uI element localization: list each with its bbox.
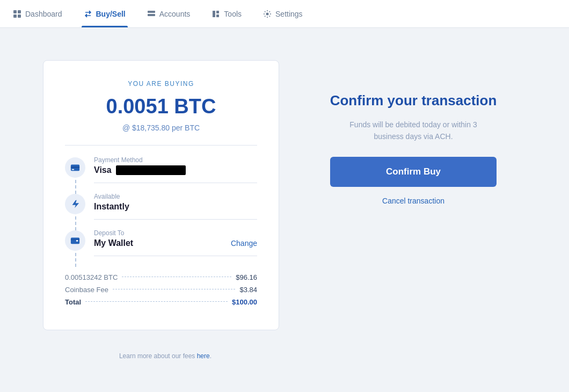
deposit-content: Deposit To My Wallet Change xyxy=(94,229,257,256)
fee-coinbase-label: Coinbase Fee xyxy=(65,286,108,294)
fee-total-value: $100.00 xyxy=(232,298,257,306)
card-amount: 0.0051 BTC xyxy=(65,95,257,118)
svg-rect-8 xyxy=(71,166,79,168)
fee-coinbase-value: $3.84 xyxy=(239,286,257,294)
footer-text: Learn more about our fees xyxy=(119,352,197,360)
card-footer: Learn more about our fees here. xyxy=(47,352,283,360)
fee-dots-2 xyxy=(113,289,236,289)
availability-content: Available Instantly xyxy=(94,193,257,220)
payment-value: Visa xyxy=(94,165,257,175)
confirm-title: Confirm your transaction xyxy=(330,92,497,109)
nav-accounts-label: Accounts xyxy=(159,10,191,18)
nav-dashboard-label: Dashboard xyxy=(25,10,62,18)
fee-btc-label: 0.00513242 BTC xyxy=(65,273,118,281)
credit-card-icon xyxy=(70,163,80,172)
lightning-icon xyxy=(70,199,80,209)
payment-icon-circle xyxy=(65,157,85,178)
svg-rect-9 xyxy=(72,169,75,170)
svg-point-6 xyxy=(266,12,269,15)
divider-top xyxy=(65,145,257,146)
fee-table: 0.00513242 BTC $96.16 Coinbase Fee $3.84… xyxy=(65,273,257,306)
deposit-row: Deposit To My Wallet Change xyxy=(65,229,257,266)
svg-rect-5 xyxy=(148,14,155,16)
nav-settings[interactable]: Settings xyxy=(261,0,305,27)
nav-buysell-label: Buy/Sell xyxy=(96,10,126,18)
settings-icon xyxy=(263,10,272,18)
fee-row-total: Total $100.00 xyxy=(65,298,257,306)
payment-redacted xyxy=(116,165,186,175)
arrows-icon xyxy=(84,10,92,18)
accounts-icon xyxy=(147,10,156,18)
confirm-description: Funds will be debited today or within 3 … xyxy=(349,119,478,143)
svg-rect-10 xyxy=(71,238,79,244)
grid-icon xyxy=(13,10,21,18)
nav-buysell[interactable]: Buy/Sell xyxy=(82,0,128,27)
availability-label: Available xyxy=(94,193,257,200)
nav-tools[interactable]: Tools xyxy=(209,0,244,27)
fee-btc-value: $96.16 xyxy=(236,273,257,281)
payment-method-name: Visa xyxy=(94,165,112,175)
availability-value: Instantly xyxy=(94,202,257,212)
availability-row: Available Instantly xyxy=(65,193,257,229)
svg-rect-2 xyxy=(13,14,17,18)
change-deposit-link[interactable]: Change xyxy=(231,239,257,248)
deposit-icon-circle xyxy=(65,230,85,251)
deposit-label: Deposit To xyxy=(94,229,257,237)
deposit-wallet-name: My Wallet xyxy=(94,238,133,248)
fee-total-label: Total xyxy=(65,298,81,306)
payment-label: Payment Method xyxy=(94,156,257,164)
svg-rect-11 xyxy=(76,240,78,242)
fee-row-coinbase: Coinbase Fee $3.84 xyxy=(65,286,257,294)
deposit-value: My Wallet Change xyxy=(94,238,257,248)
nav-dashboard[interactable]: Dashboard xyxy=(11,0,64,27)
order-card: YOU ARE BUYING 0.0051 BTC @ $18,735.80 p… xyxy=(43,60,279,330)
fee-dots-1 xyxy=(122,277,231,277)
tools-icon xyxy=(211,10,220,18)
nav-accounts[interactable]: Accounts xyxy=(145,0,193,27)
nav-settings-label: Settings xyxy=(275,10,303,18)
footer-end: . xyxy=(210,352,211,360)
svg-rect-0 xyxy=(13,10,17,13)
payment-row: Payment Method Visa xyxy=(65,156,257,193)
svg-rect-3 xyxy=(18,14,21,18)
svg-rect-4 xyxy=(148,11,155,13)
footer-here-link[interactable]: here xyxy=(197,352,210,360)
nav-tools-label: Tools xyxy=(224,10,242,18)
cancel-transaction-link[interactable]: Cancel transaction xyxy=(382,197,444,205)
confirm-panel: Confirm your transaction Funds will be d… xyxy=(322,60,505,205)
svg-rect-1 xyxy=(18,10,21,13)
main-content: YOU ARE BUYING 0.0051 BTC @ $18,735.80 p… xyxy=(0,28,569,362)
card-heading: YOU ARE BUYING xyxy=(65,80,257,88)
wallet-icon xyxy=(70,236,80,245)
navigation: Dashboard Buy/Sell Accounts xyxy=(0,0,569,28)
confirm-buy-button[interactable]: Confirm Buy xyxy=(330,157,497,187)
card-rate: @ $18,735.80 per BTC xyxy=(65,124,257,132)
fee-dots-3 xyxy=(85,301,228,302)
payment-content: Payment Method Visa xyxy=(94,156,257,183)
fee-row-btc: 0.00513242 BTC $96.16 xyxy=(65,273,257,281)
availability-icon-circle xyxy=(65,194,85,214)
